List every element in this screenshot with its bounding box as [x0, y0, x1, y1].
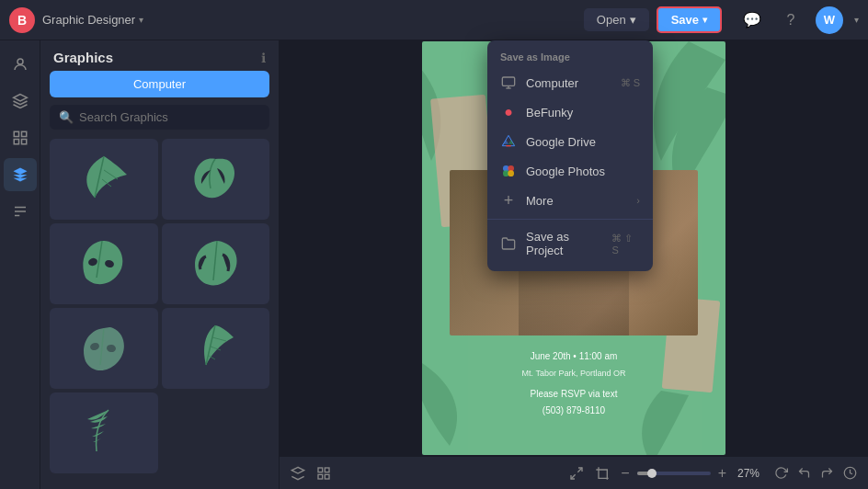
main-area: Graphics ℹ Computer 🔍 — [0, 40, 868, 489]
grid-view-icon[interactable] — [316, 466, 331, 481]
graphics-grid — [40, 139, 279, 473]
zoom-out-icon[interactable]: − — [621, 465, 629, 482]
save-befunky-item[interactable]: ● BeFunky — [487, 97, 653, 127]
svg-rect-2 — [14, 131, 18, 136]
refresh-icon[interactable] — [774, 466, 788, 480]
app-name-button[interactable]: Graphic Designer ▾ — [42, 13, 143, 27]
svg-rect-4 — [14, 140, 18, 144]
crop-icon[interactable] — [595, 466, 610, 481]
svg-rect-19 — [325, 468, 329, 472]
computer-icon — [500, 74, 517, 91]
info-icon[interactable]: ℹ — [261, 51, 266, 65]
svg-rect-5 — [21, 140, 26, 144]
svg-rect-25 — [502, 77, 514, 85]
google-drive-icon — [500, 133, 517, 150]
svg-rect-3 — [21, 131, 26, 136]
zoom-in-icon[interactable]: + — [718, 465, 726, 482]
chevron-down-icon: ▾ — [139, 15, 143, 25]
computer-tab-button[interactable]: Computer — [50, 71, 269, 97]
svg-rect-18 — [318, 468, 323, 472]
canvas-text-block: June 20th • 11:00 am Mt. Tabor Park, Por… — [482, 349, 666, 418]
avatar[interactable]: W — [816, 6, 843, 34]
header: B Graphic Designer ▾ Open ▾ Save ▾ 💬 ? W… — [0, 0, 868, 40]
zoom-slider[interactable] — [637, 472, 711, 475]
more-icon: + — [500, 192, 517, 209]
history-icon[interactable] — [843, 466, 857, 480]
panel-title: Graphics — [53, 50, 113, 65]
save-button[interactable]: Save ▾ — [657, 6, 722, 33]
more-item[interactable]: + More › — [487, 186, 653, 215]
dropdown-section-label: Save as Image — [487, 48, 653, 68]
app-logo[interactable]: B — [9, 7, 35, 33]
search-input[interactable] — [79, 110, 260, 124]
svg-line-22 — [578, 468, 583, 472]
graphic-item[interactable] — [50, 392, 158, 473]
chat-icon[interactable]: 💬 — [738, 6, 766, 34]
bottom-bar: − + 27% — [280, 456, 868, 489]
search-icon: 🔍 — [59, 110, 74, 124]
svg-marker-17 — [291, 467, 303, 473]
panel-header: Graphics ℹ — [40, 40, 279, 71]
svg-rect-21 — [325, 474, 329, 479]
svg-rect-20 — [318, 474, 323, 479]
sidebar-item-layers[interactable] — [4, 85, 37, 118]
save-gdrive-item[interactable]: Google Drive — [487, 127, 653, 156]
zoom-percentage: 27% — [734, 467, 763, 480]
left-panel: Graphics ℹ Computer 🔍 — [40, 40, 280, 489]
graphic-item[interactable] — [162, 223, 270, 304]
sidebar-item-graphics[interactable] — [4, 158, 37, 191]
more-arrow-icon: › — [636, 195, 640, 206]
layers-icon[interactable] — [291, 466, 305, 481]
befunky-icon: ● — [500, 104, 517, 120]
fit-screen-icon[interactable] — [569, 466, 584, 481]
svg-line-23 — [571, 474, 576, 479]
save-project-item[interactable]: Save as Project ⌘ ⇧ S — [487, 223, 653, 264]
avatar-chevron-icon[interactable]: ▾ — [854, 15, 859, 25]
dropdown-divider — [487, 219, 653, 220]
graphic-item[interactable] — [50, 308, 158, 389]
google-photos-icon — [500, 163, 517, 179]
sidebar-item-profile[interactable] — [4, 48, 37, 81]
save-gphotos-item[interactable]: Google Photos — [487, 156, 653, 186]
save-chevron-icon: ▾ — [702, 15, 707, 25]
panel-tabs: Computer — [40, 71, 279, 105]
sidebar-item-grid[interactable] — [4, 121, 37, 154]
save-dropdown-menu: Save as Image Computer ⌘ S ● BeFunky Goo… — [487, 40, 653, 271]
help-icon[interactable]: ? — [777, 6, 805, 34]
graphic-item[interactable] — [162, 308, 270, 389]
graphic-item[interactable] — [162, 139, 270, 220]
redo-icon[interactable] — [820, 466, 834, 480]
graphic-item[interactable] — [50, 223, 158, 304]
open-button[interactable]: Open ▾ — [584, 8, 649, 31]
open-chevron-icon: ▾ — [630, 13, 636, 27]
undo-icon[interactable] — [797, 466, 811, 480]
save-project-icon — [500, 235, 517, 252]
svg-point-0 — [17, 59, 23, 64]
bottom-right-icons — [774, 466, 857, 480]
sidebar-item-text[interactable] — [4, 195, 37, 228]
svg-marker-1 — [13, 95, 27, 102]
zoom-controls: − + 27% — [621, 465, 763, 482]
icon-bar — [0, 40, 40, 489]
save-computer-item[interactable]: Computer ⌘ S — [487, 68, 653, 97]
svg-point-31 — [508, 170, 514, 176]
graphic-item[interactable] — [50, 139, 158, 220]
header-icons: 💬 ? W ▾ — [738, 6, 859, 34]
search-bar: 🔍 — [50, 105, 269, 130]
